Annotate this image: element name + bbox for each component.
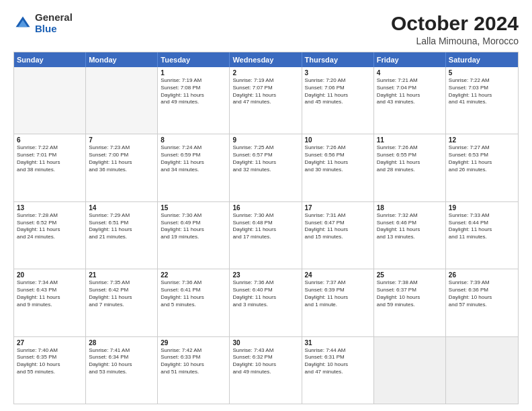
- day-number: 22: [161, 271, 226, 279]
- day-number: 20: [17, 271, 83, 279]
- day-number: 27: [17, 339, 83, 347]
- day-number: 26: [449, 271, 515, 279]
- day-number: 30: [232, 339, 298, 347]
- calendar-cell: 27Sunrise: 7:40 AMSunset: 6:35 PMDayligh…: [14, 337, 86, 404]
- logo-blue: Blue: [35, 24, 73, 35]
- day-number: 6: [17, 136, 83, 144]
- calendar-cell: 18Sunrise: 7:32 AMSunset: 6:46 PMDayligh…: [374, 202, 446, 269]
- calendar-row: 13Sunrise: 7:28 AMSunset: 6:52 PMDayligh…: [14, 201, 518, 269]
- calendar-cell: 24Sunrise: 7:37 AMSunset: 6:39 PMDayligh…: [302, 269, 374, 336]
- cell-info: Sunrise: 7:42 AMSunset: 6:33 PMDaylight:…: [161, 347, 226, 376]
- day-number: 21: [89, 271, 154, 279]
- calendar-cell: 12Sunrise: 7:27 AMSunset: 6:53 PMDayligh…: [446, 134, 518, 201]
- day-number: 8: [161, 136, 226, 144]
- logo-text: General Blue: [35, 12, 73, 34]
- cell-info: Sunrise: 7:43 AMSunset: 6:32 PMDaylight:…: [232, 347, 298, 376]
- cell-info: Sunrise: 7:30 AMSunset: 6:48 PMDaylight:…: [232, 212, 298, 241]
- weekday-header: Sunday: [14, 52, 86, 67]
- logo: General Blue: [13, 12, 73, 34]
- calendar-cell: [374, 337, 446, 404]
- month-title: October 2024: [391, 12, 519, 34]
- calendar-cell: 6Sunrise: 7:22 AMSunset: 7:01 PMDaylight…: [14, 134, 86, 201]
- calendar-body: 1Sunrise: 7:19 AMSunset: 7:08 PMDaylight…: [14, 67, 518, 404]
- weekday-header: Saturday: [446, 52, 518, 67]
- calendar-cell: 2Sunrise: 7:19 AMSunset: 7:07 PMDaylight…: [230, 67, 302, 134]
- calendar-cell: 3Sunrise: 7:20 AMSunset: 7:06 PMDaylight…: [302, 67, 374, 134]
- day-number: 5: [449, 69, 515, 77]
- day-number: 23: [232, 271, 298, 279]
- cell-info: Sunrise: 7:28 AMSunset: 6:52 PMDaylight:…: [17, 212, 83, 241]
- calendar-cell: 11Sunrise: 7:26 AMSunset: 6:55 PMDayligh…: [374, 134, 446, 201]
- calendar-cell: 14Sunrise: 7:29 AMSunset: 6:51 PMDayligh…: [86, 202, 158, 269]
- page: General Blue October 2024 Lalla Mimouna,…: [0, 0, 532, 411]
- cell-info: Sunrise: 7:31 AMSunset: 6:47 PMDaylight:…: [305, 212, 371, 241]
- day-number: 15: [161, 204, 226, 212]
- day-number: 17: [305, 204, 371, 212]
- day-number: 3: [305, 69, 371, 77]
- calendar-cell: 29Sunrise: 7:42 AMSunset: 6:33 PMDayligh…: [158, 337, 230, 404]
- day-number: 2: [232, 69, 298, 77]
- day-number: 18: [377, 204, 443, 212]
- calendar-cell: [86, 67, 158, 134]
- cell-info: Sunrise: 7:22 AMSunset: 7:01 PMDaylight:…: [17, 144, 83, 173]
- calendar: SundayMondayTuesdayWednesdayThursdayFrid…: [13, 52, 519, 404]
- day-number: 4: [377, 69, 443, 77]
- cell-info: Sunrise: 7:36 AMSunset: 6:41 PMDaylight:…: [161, 279, 226, 308]
- weekday-header: Friday: [374, 52, 446, 67]
- day-number: 13: [17, 204, 83, 212]
- day-number: 1: [161, 69, 226, 77]
- calendar-row: 1Sunrise: 7:19 AMSunset: 7:08 PMDaylight…: [14, 67, 518, 134]
- cell-info: Sunrise: 7:38 AMSunset: 6:37 PMDaylight:…: [377, 279, 443, 308]
- day-number: 24: [305, 271, 371, 279]
- day-number: 31: [305, 339, 371, 347]
- cell-info: Sunrise: 7:22 AMSunset: 7:03 PMDaylight:…: [449, 77, 515, 106]
- cell-info: Sunrise: 7:23 AMSunset: 7:00 PMDaylight:…: [89, 144, 154, 173]
- calendar-cell: 22Sunrise: 7:36 AMSunset: 6:41 PMDayligh…: [158, 269, 230, 336]
- day-number: 29: [161, 339, 226, 347]
- cell-info: Sunrise: 7:30 AMSunset: 6:49 PMDaylight:…: [161, 212, 226, 241]
- cell-info: Sunrise: 7:40 AMSunset: 6:35 PMDaylight:…: [17, 347, 83, 376]
- day-number: 11: [377, 136, 443, 144]
- logo-icon: [13, 14, 32, 33]
- calendar-cell: 1Sunrise: 7:19 AMSunset: 7:08 PMDaylight…: [158, 67, 230, 134]
- day-number: 16: [232, 204, 298, 212]
- cell-info: Sunrise: 7:32 AMSunset: 6:46 PMDaylight:…: [377, 212, 443, 241]
- weekday-header: Tuesday: [158, 52, 230, 67]
- calendar-row: 27Sunrise: 7:40 AMSunset: 6:35 PMDayligh…: [14, 336, 518, 404]
- calendar-cell: 28Sunrise: 7:41 AMSunset: 6:34 PMDayligh…: [86, 337, 158, 404]
- calendar-cell: [14, 67, 86, 134]
- calendar-cell: 26Sunrise: 7:39 AMSunset: 6:36 PMDayligh…: [446, 269, 518, 336]
- cell-info: Sunrise: 7:39 AMSunset: 6:36 PMDaylight:…: [449, 279, 515, 308]
- calendar-header: SundayMondayTuesdayWednesdayThursdayFrid…: [14, 52, 518, 67]
- cell-info: Sunrise: 7:41 AMSunset: 6:34 PMDaylight:…: [89, 347, 154, 376]
- calendar-cell: 15Sunrise: 7:30 AMSunset: 6:49 PMDayligh…: [158, 202, 230, 269]
- cell-info: Sunrise: 7:29 AMSunset: 6:51 PMDaylight:…: [89, 212, 154, 241]
- calendar-cell: 9Sunrise: 7:25 AMSunset: 6:57 PMDaylight…: [230, 134, 302, 201]
- cell-info: Sunrise: 7:33 AMSunset: 6:44 PMDaylight:…: [449, 212, 515, 241]
- day-number: 25: [377, 271, 443, 279]
- header: General Blue October 2024 Lalla Mimouna,…: [13, 12, 519, 46]
- calendar-cell: 20Sunrise: 7:34 AMSunset: 6:43 PMDayligh…: [14, 269, 86, 336]
- cell-info: Sunrise: 7:44 AMSunset: 6:31 PMDaylight:…: [305, 347, 371, 376]
- day-number: 12: [449, 136, 515, 144]
- weekday-header: Thursday: [302, 52, 374, 67]
- weekday-header: Monday: [86, 52, 158, 67]
- calendar-cell: [446, 337, 518, 404]
- calendar-cell: 17Sunrise: 7:31 AMSunset: 6:47 PMDayligh…: [302, 202, 374, 269]
- cell-info: Sunrise: 7:25 AMSunset: 6:57 PMDaylight:…: [232, 144, 298, 173]
- calendar-cell: 19Sunrise: 7:33 AMSunset: 6:44 PMDayligh…: [446, 202, 518, 269]
- day-number: 28: [89, 339, 154, 347]
- calendar-row: 6Sunrise: 7:22 AMSunset: 7:01 PMDaylight…: [14, 134, 518, 201]
- day-number: 7: [89, 136, 154, 144]
- day-number: 14: [89, 204, 154, 212]
- calendar-cell: 31Sunrise: 7:44 AMSunset: 6:31 PMDayligh…: [302, 337, 374, 404]
- calendar-cell: 30Sunrise: 7:43 AMSunset: 6:32 PMDayligh…: [230, 337, 302, 404]
- day-number: 9: [232, 136, 298, 144]
- cell-info: Sunrise: 7:36 AMSunset: 6:40 PMDaylight:…: [232, 279, 298, 308]
- calendar-cell: 10Sunrise: 7:26 AMSunset: 6:56 PMDayligh…: [302, 134, 374, 201]
- weekday-header: Wednesday: [230, 52, 302, 67]
- day-number: 10: [305, 136, 371, 144]
- title-block: October 2024 Lalla Mimouna, Morocco: [391, 12, 519, 46]
- cell-info: Sunrise: 7:37 AMSunset: 6:39 PMDaylight:…: [305, 279, 371, 308]
- calendar-cell: 25Sunrise: 7:38 AMSunset: 6:37 PMDayligh…: [374, 269, 446, 336]
